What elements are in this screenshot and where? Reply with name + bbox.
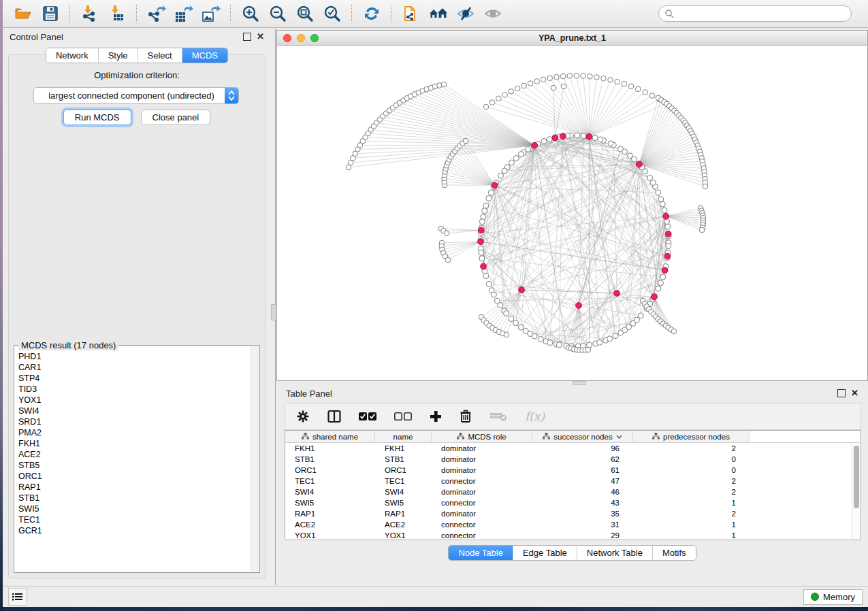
- table-cell[interactable]: connector: [432, 499, 532, 507]
- table-cell[interactable]: TEC1: [285, 477, 375, 485]
- tab-motifs[interactable]: Motifs: [653, 546, 696, 560]
- table-cell[interactable]: 96: [532, 444, 633, 452]
- network-window-titlebar[interactable]: YPA_prune.txt_1: [277, 31, 867, 46]
- search-input[interactable]: [674, 8, 846, 19]
- table-row[interactable]: ACE2ACE2connector311: [285, 519, 852, 530]
- table-scrollbar-thumb[interactable]: [854, 446, 859, 508]
- table-cell[interactable]: 1: [633, 531, 750, 540]
- table-cell[interactable]: 46: [532, 488, 633, 496]
- tab-mcds[interactable]: MCDS: [182, 48, 227, 63]
- tab-edge-table[interactable]: Edge Table: [513, 546, 577, 560]
- table-cell[interactable]: SWI5: [375, 499, 432, 507]
- table-cell[interactable]: 2: [633, 488, 750, 496]
- share-document-icon[interactable]: [401, 4, 421, 23]
- table-cell[interactable]: 62: [532, 455, 633, 463]
- table-cell[interactable]: 1: [633, 521, 750, 529]
- mcds-result-item[interactable]: SWI4: [18, 406, 250, 416]
- export-network-icon[interactable]: [146, 4, 167, 23]
- close-panel-icon[interactable]: ✕: [851, 390, 858, 397]
- zoom-in-icon[interactable]: [240, 4, 261, 23]
- table-cell[interactable]: 47: [532, 477, 633, 485]
- mcds-result-item[interactable]: GCR1: [18, 525, 250, 536]
- table-cell[interactable]: 43: [532, 499, 633, 507]
- table-cell[interactable]: ACE2: [375, 521, 432, 529]
- zoom-selected-icon[interactable]: [322, 4, 342, 23]
- table-cell[interactable]: 0: [633, 455, 750, 463]
- table-cell[interactable]: SWI4: [375, 488, 432, 496]
- table-row[interactable]: SWI4SWI4dominator462: [285, 486, 852, 497]
- search-box[interactable]: [658, 5, 852, 22]
- table-cell[interactable]: connector: [432, 477, 532, 485]
- table-cell[interactable]: RAP1: [285, 510, 375, 518]
- vertical-splitter[interactable]: [271, 29, 276, 585]
- mcds-result-item[interactable]: RAP1: [18, 482, 250, 493]
- mcds-result-item[interactable]: FKH1: [18, 438, 250, 449]
- tab-network[interactable]: Network: [46, 48, 99, 63]
- gear-icon[interactable]: [296, 410, 310, 423]
- optimization-criterion-select[interactable]: largest connected component (undirected): [33, 87, 239, 104]
- export-image-icon[interactable]: [201, 4, 221, 23]
- table-cell[interactable]: dominator: [432, 466, 532, 474]
- column-header-shared-name[interactable]: shared name: [285, 431, 375, 443]
- table-row[interactable]: YOX1YOX1connector291: [285, 530, 852, 540]
- mcds-result-item[interactable]: SWI5: [18, 503, 250, 514]
- column-header-predecessor-nodes[interactable]: predecessor nodes: [633, 431, 750, 443]
- table-cell[interactable]: TEC1: [375, 477, 432, 485]
- table-cell[interactable]: connector: [432, 531, 532, 540]
- table-cell[interactable]: dominator: [432, 455, 532, 463]
- task-history-button[interactable]: [8, 588, 27, 606]
- mcds-result-item[interactable]: TEC1: [18, 514, 250, 525]
- table-row[interactable]: ORC1ORC1dominator610: [285, 465, 852, 476]
- save-icon[interactable]: [40, 4, 61, 23]
- table-row[interactable]: FKH1FKH1dominator962: [285, 443, 852, 454]
- zoom-fit-icon[interactable]: [295, 4, 315, 23]
- mcds-result-item[interactable]: TID3: [18, 384, 250, 395]
- table-cell[interactable]: RAP1: [375, 510, 432, 518]
- mcds-result-item[interactable]: STP4: [18, 373, 250, 384]
- table-cell[interactable]: FKH1: [285, 444, 375, 452]
- table-cell[interactable]: 35: [532, 510, 633, 518]
- mcds-result-list[interactable]: PHD1CAR1STP4TID3YOX1SWI4SRD1PMA2FKH1ACE2…: [18, 351, 250, 571]
- memory-button[interactable]: Memory: [803, 589, 863, 605]
- table-cell[interactable]: FKH1: [375, 444, 432, 452]
- table-cell[interactable]: ACE2: [285, 521, 375, 529]
- table-cell[interactable]: ORC1: [375, 466, 432, 474]
- tab-style[interactable]: Style: [99, 48, 138, 63]
- mcds-result-item[interactable]: STB5: [18, 460, 250, 471]
- mcds-result-item[interactable]: CAR1: [18, 362, 250, 373]
- table-cell[interactable]: dominator: [432, 444, 532, 452]
- refresh-icon[interactable]: [361, 4, 382, 23]
- table-cell[interactable]: SWI5: [285, 499, 375, 507]
- import-table-icon[interactable]: [107, 4, 127, 23]
- select-all-icon[interactable]: [359, 412, 376, 421]
- mcds-result-item[interactable]: ACE2: [18, 449, 250, 460]
- add-icon[interactable]: [430, 410, 442, 423]
- homes-icon[interactable]: [428, 4, 449, 23]
- table-row[interactable]: TEC1TEC1connector472: [285, 476, 852, 486]
- mcds-result-scrollbar[interactable]: [251, 346, 259, 572]
- table-cell[interactable]: 0: [633, 466, 750, 474]
- float-panel-icon[interactable]: [837, 389, 846, 397]
- close-panel-button[interactable]: Close panel: [141, 110, 211, 125]
- table-cell[interactable]: 2: [633, 510, 750, 518]
- tab-node-table[interactable]: Node Table: [449, 546, 513, 560]
- mcds-result-item[interactable]: ORC1: [18, 471, 250, 482]
- mcds-result-item[interactable]: PMA2: [18, 427, 250, 438]
- table-cell[interactable]: 1: [633, 499, 750, 507]
- table-row[interactable]: SWI5SWI5connector431: [285, 497, 852, 508]
- float-panel-icon[interactable]: [243, 33, 251, 41]
- table-cell[interactable]: dominator: [432, 488, 532, 496]
- table-cell[interactable]: SWI4: [285, 488, 375, 496]
- deselect-all-icon[interactable]: [394, 412, 412, 421]
- run-mcds-button[interactable]: Run MCDS: [63, 110, 131, 125]
- open-folder-icon[interactable]: [13, 4, 33, 23]
- table-body[interactable]: FKH1FKH1dominator962STB1STB1dominator620…: [285, 443, 852, 540]
- table-cell[interactable]: connector: [432, 521, 532, 529]
- tab-network-table[interactable]: Network Table: [577, 546, 653, 560]
- table-cell[interactable]: dominator: [432, 510, 532, 518]
- delete-icon[interactable]: [460, 410, 472, 423]
- import-network-icon[interactable]: [80, 4, 100, 23]
- table-scrollbar[interactable]: [852, 443, 861, 540]
- table-cell[interactable]: STB1: [375, 455, 432, 463]
- hide-eye-icon[interactable]: [455, 4, 476, 23]
